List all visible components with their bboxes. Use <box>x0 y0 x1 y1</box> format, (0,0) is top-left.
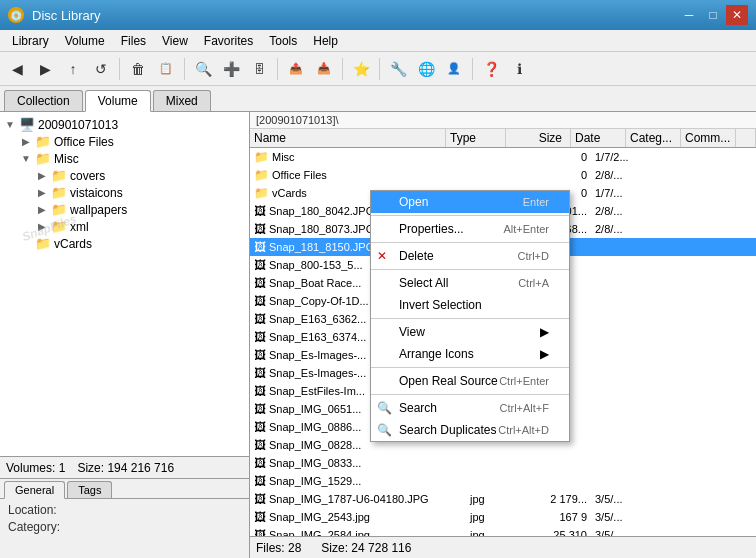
table-row[interactable]: 📁Office Files02/8/... <box>250 166 756 184</box>
ctx-properties-label: Properties... <box>399 222 464 236</box>
ctx-search[interactable]: 🔍 Search Ctrl+Alt+F <box>371 397 569 419</box>
ctx-search-label: Search <box>399 401 437 415</box>
menu-tools[interactable]: Tools <box>261 32 305 50</box>
col-header-category[interactable]: Categ... <box>626 129 681 147</box>
file-name-cell: 📁Misc <box>250 150 466 164</box>
table-row[interactable]: 🖼Snap_IMG_0833... <box>250 454 756 472</box>
ctx-properties[interactable]: Properties... Alt+Enter <box>371 218 569 240</box>
toolbar-help[interactable]: ❓ <box>478 56 504 82</box>
tab-collection[interactable]: Collection <box>4 90 83 111</box>
toolbar-internet[interactable]: 🌐 <box>413 56 439 82</box>
toolbar-delete[interactable]: 🗑 <box>125 56 151 82</box>
toolbar-search[interactable]: 🔍 <box>190 56 216 82</box>
tree-toggle-vistaicons[interactable]: ▶ <box>36 187 48 198</box>
tree-node-misc[interactable]: ▼ 📁 Misc <box>4 150 245 167</box>
file-type-cell: jpg <box>466 529 526 536</box>
ctx-sep2 <box>371 242 569 243</box>
file-name-cell: 🖼Snap_IMG_1787-U6-04180.JPG <box>250 492 466 506</box>
ctx-sep6 <box>371 394 569 395</box>
ctx-select-all-shortcut: Ctrl+A <box>518 277 549 289</box>
toolbar-sep5 <box>379 58 380 80</box>
table-row[interactable]: 🖼Snap_IMG_1787-U6-04180.JPGjpg2 179...3/… <box>250 490 756 508</box>
ctx-arrange-icons[interactable]: Arrange Icons ▶ <box>371 343 569 365</box>
tree-toggle-root[interactable]: ▼ <box>4 119 16 130</box>
toolbar-user[interactable]: 👤 <box>441 56 467 82</box>
tree-toggle-office[interactable]: ▶ <box>20 136 32 147</box>
title-bar: 💿 Disc Library ─ □ ✕ <box>0 0 756 30</box>
tree-label-vistaicons: vistaicons <box>70 186 123 200</box>
info-tab-tags[interactable]: Tags <box>67 481 112 498</box>
ctx-select-all[interactable]: Select All Ctrl+A <box>371 272 569 294</box>
table-row[interactable]: 🖼Snap_IMG_2584.jpgjpg25 3103/5/... <box>250 526 756 536</box>
maximize-button[interactable]: □ <box>702 5 724 25</box>
ctx-delete[interactable]: ✕ Delete Ctrl+D <box>371 245 569 267</box>
tree-node-root[interactable]: ▼ 🖥️ 200901071013 <box>4 116 245 133</box>
col-header-date[interactable]: Date <box>571 129 626 147</box>
col-header-size[interactable]: Size <box>506 129 571 147</box>
tree-label-covers: covers <box>70 169 105 183</box>
file-date-cell: 3/5/... <box>591 493 646 505</box>
ctx-sep4 <box>371 318 569 319</box>
table-row[interactable]: 📁Misc01/7/2... <box>250 148 756 166</box>
tab-volume[interactable]: Volume <box>85 90 151 112</box>
tree-icon-vistaicons: 📁 <box>51 185 67 200</box>
ctx-open[interactable]: Open Enter <box>371 191 569 213</box>
toolbar-favorites[interactable]: ⭐ <box>348 56 374 82</box>
toolbar-back[interactable]: ◀ <box>4 56 30 82</box>
menu-files[interactable]: Files <box>113 32 154 50</box>
menu-view[interactable]: View <box>154 32 196 50</box>
toolbar-tools2[interactable]: 🔧 <box>385 56 411 82</box>
tree-icon-vcards: 📁 <box>35 236 51 251</box>
info-tab-general[interactable]: General <box>4 481 65 499</box>
col-header-extra <box>736 129 756 147</box>
file-name-cell: 🖼Snap_IMG_1529... <box>250 474 466 488</box>
col-header-type[interactable]: Type <box>446 129 506 147</box>
toolbar-import[interactable]: 📥 <box>311 56 337 82</box>
tree-toggle-xml[interactable]: ▶ <box>36 221 48 232</box>
minimize-button[interactable]: ─ <box>678 5 700 25</box>
tree-node-vistaicons[interactable]: ▶ 📁 vistaicons <box>4 184 245 201</box>
status-right: Files: 28 Size: 24 728 116 <box>250 536 756 558</box>
close-button[interactable]: ✕ <box>726 5 748 25</box>
file-date-cell: 3/5/... <box>591 511 646 523</box>
menu-help[interactable]: Help <box>305 32 346 50</box>
menu-favorites[interactable]: Favorites <box>196 32 261 50</box>
tree-node-xml[interactable]: ▶ 📁 xml <box>4 218 245 235</box>
tree-toggle-covers[interactable]: ▶ <box>36 170 48 181</box>
ctx-invert-selection[interactable]: Invert Selection <box>371 294 569 316</box>
toolbar-forward[interactable]: ▶ <box>32 56 58 82</box>
location-label: Location: <box>8 503 78 517</box>
tree-view[interactable]: SnapFiles ▼ 🖥️ 200901071013 ▶ 📁 Office F… <box>0 112 249 456</box>
tree-icon-xml: 📁 <box>51 219 67 234</box>
table-row[interactable]: 🖼Snap_IMG_2543.jpgjpg167 93/5/... <box>250 508 756 526</box>
tree-node-vcards[interactable]: 📁 vCards <box>4 235 245 252</box>
col-header-comment[interactable]: Comm... <box>681 129 736 147</box>
tree-node-covers[interactable]: ▶ 📁 covers <box>4 167 245 184</box>
menu-volume[interactable]: Volume <box>57 32 113 50</box>
app-icon: 💿 <box>8 7 24 23</box>
table-row[interactable]: 🖼Snap_IMG_1529... <box>250 472 756 490</box>
file-size-cell: 25 310 <box>526 529 591 536</box>
tree-node-wallpapers[interactable]: ▶ 📁 wallpapers <box>4 201 245 218</box>
tree-toggle-wallpapers[interactable]: ▶ <box>36 204 48 215</box>
toolbar-export[interactable]: 📤 <box>283 56 309 82</box>
toolbar-up[interactable]: ↑ <box>60 56 86 82</box>
toolbar-add[interactable]: ➕ <box>218 56 244 82</box>
toolbar-refresh[interactable]: ↺ <box>88 56 114 82</box>
ctx-view[interactable]: View ▶ <box>371 321 569 343</box>
ctx-open-real-source[interactable]: Open Real Source Ctrl+Enter <box>371 370 569 392</box>
ctx-invert-label: Invert Selection <box>399 298 482 312</box>
tree-node-office[interactable]: ▶ 📁 Office Files <box>4 133 245 150</box>
ctx-search-icon: 🔍 <box>377 401 392 415</box>
tab-mixed[interactable]: Mixed <box>153 90 211 111</box>
tree-toggle-misc[interactable]: ▼ <box>20 153 32 164</box>
menu-library[interactable]: Library <box>4 32 57 50</box>
info-category-row: Category: <box>8 520 241 534</box>
tree-icon-office: 📁 <box>35 134 51 149</box>
col-header-name[interactable]: Name <box>250 129 446 147</box>
toolbar-info[interactable]: ℹ <box>506 56 532 82</box>
toolbar-copy[interactable]: 📋 <box>153 56 179 82</box>
ctx-delete-label: Delete <box>399 249 434 263</box>
toolbar-cabinet[interactable]: 🗄 <box>246 56 272 82</box>
ctx-search-duplicates[interactable]: 🔍 Search Duplicates Ctrl+Alt+D <box>371 419 569 441</box>
